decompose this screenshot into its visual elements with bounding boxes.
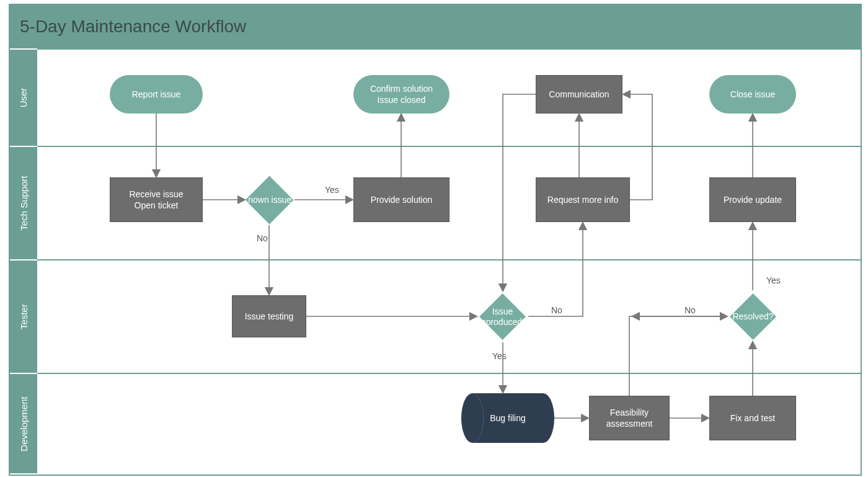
- lane-tech-support: Tech Support: [10, 147, 37, 259]
- node-label: Report issue: [132, 89, 181, 100]
- lane-tester-label: Tester: [18, 304, 29, 329]
- lane-tester: Tester: [10, 261, 37, 373]
- node-receive-issue: Receive issue Open ticket: [110, 177, 203, 222]
- lane-separator: [37, 48, 861, 50]
- edge-label-yes: Yes: [766, 275, 781, 285]
- edge-label-no: No: [257, 233, 268, 243]
- lane-separator: [37, 146, 861, 147]
- edge-label-yes: Yes: [492, 351, 507, 361]
- node-issue-testing: Issue testing: [232, 295, 306, 337]
- lane-separator: [37, 259, 861, 261]
- node-provide-solution: Provide solution: [353, 177, 450, 222]
- lane-user: User: [10, 50, 37, 146]
- node-label: Confirm solution Issue closed: [370, 83, 433, 105]
- node-report-issue: Report issue: [110, 75, 203, 114]
- svg-point-2: [532, 393, 554, 443]
- node-bug-filing: Bug filing: [461, 393, 554, 443]
- edge-label-no: No: [684, 305, 696, 315]
- title-text: 5-Day Maintenance Workflow: [20, 17, 246, 37]
- lane-separator: [37, 373, 861, 374]
- lane-tech-support-label: Tech Support: [19, 176, 29, 230]
- node-label: Close issue: [730, 89, 775, 100]
- node-label: Resolved?: [732, 311, 773, 322]
- node-fix-and-test: Fix and test: [709, 396, 796, 440]
- node-label: Issue reproduced?: [478, 306, 527, 328]
- node-communication: Communication: [536, 75, 622, 114]
- lane-user-label: User: [18, 88, 29, 108]
- node-close-issue: Close issue: [709, 75, 796, 114]
- node-request-more-info: Request more info: [536, 177, 630, 222]
- node-label: Known issue?: [242, 195, 296, 205]
- swimlane-diagram: 5-Day Maintenance Workflow User Tech Sup…: [9, 4, 862, 476]
- edge-label-no: No: [551, 305, 562, 315]
- node-issue-reproduced: Issue reproduced?: [486, 300, 519, 333]
- node-label: Feasibility assessment: [606, 407, 653, 429]
- node-label: Issue testing: [245, 311, 294, 322]
- node-label: Fix and test: [730, 412, 775, 424]
- node-label: Bug filing: [490, 413, 526, 423]
- node-provide-update: Provide update: [709, 177, 796, 222]
- lane-development-label: Development: [19, 396, 29, 451]
- node-label: Provide solution: [371, 194, 433, 205]
- lane-development: Development: [10, 374, 37, 473]
- node-confirm-solution: Confirm solution Issue closed: [353, 75, 450, 114]
- node-known-issue: Known issue?: [252, 183, 286, 217]
- node-label: Provide update: [724, 194, 782, 205]
- edge-label-yes: Yes: [325, 185, 339, 195]
- node-label: Request more info: [547, 194, 618, 205]
- node-label: Communication: [549, 89, 609, 100]
- node-feasibility: Feasibility assessment: [589, 396, 670, 440]
- node-resolved: Resolved?: [737, 300, 769, 333]
- node-label: Receive issue Open ticket: [129, 189, 183, 211]
- diagram-title: 5-Day Maintenance Workflow: [10, 5, 861, 48]
